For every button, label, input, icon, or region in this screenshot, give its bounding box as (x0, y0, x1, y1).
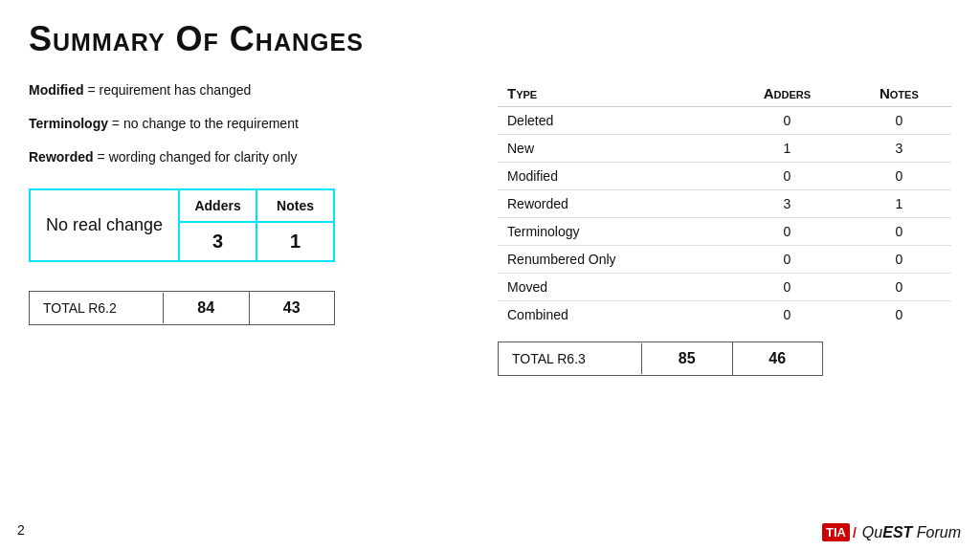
tia-text: TIA (822, 523, 850, 541)
term-terminology: Terminology (29, 116, 108, 131)
cell-type: Deleted (498, 107, 727, 135)
slash-icon: / (853, 525, 857, 540)
logo-area: TIA / QuEST Forum (822, 523, 961, 541)
term-reworded: Reworded (29, 149, 94, 165)
right-panel: Type Adders Notes Deleted 0 0 New 1 3 Mo… (498, 80, 951, 376)
summary-table: Type Adders Notes Deleted 0 0 New 1 3 Mo… (498, 80, 951, 328)
quest-qu: Qu (862, 524, 882, 540)
no-real-change-header-adders: Adders (180, 190, 257, 221)
cell-adders: 1 (727, 135, 847, 163)
term-modified: Modified (29, 82, 84, 98)
cell-notes: 1 (847, 190, 951, 218)
definition-reworded: Reworded = wording changed for clarity o… (29, 147, 469, 167)
col-header-notes: Notes (847, 80, 951, 107)
table-row: Moved 0 0 (498, 274, 951, 301)
cell-adders: 0 (727, 218, 847, 246)
cell-type: Combined (498, 301, 727, 329)
definition-terminology: Terminology = no change to the requireme… (29, 114, 469, 134)
no-real-change-header-notes: Notes (257, 190, 333, 221)
desc-reworded: = wording changed for clarity only (94, 149, 298, 165)
cell-type: Moved (498, 274, 727, 301)
quest-forum-text: QuEST Forum (862, 524, 961, 541)
quest-est: EST (882, 524, 912, 540)
cell-adders: 0 (727, 274, 847, 301)
total-r62-row: TOTAL R6.2 84 43 (29, 291, 335, 325)
cell-adders: 3 (727, 190, 847, 218)
total-r62-label: TOTAL R6.2 (30, 293, 164, 323)
no-real-change-label: No real change (31, 190, 180, 260)
cell-notes: 3 (847, 135, 951, 163)
cell-type: Reworded (498, 190, 727, 218)
total-r63-row: TOTAL R6.3 85 46 (498, 342, 823, 376)
cell-type: Renumbered Only (498, 246, 727, 274)
cell-notes: 0 (847, 246, 951, 274)
no-real-change-value-notes: 1 (257, 223, 333, 260)
table-row: Renumbered Only 0 0 (498, 246, 951, 274)
cell-type: Modified (498, 163, 727, 190)
cell-adders: 0 (727, 107, 847, 135)
no-real-change-header: Adders Notes (180, 190, 333, 223)
cell-type: New (498, 135, 727, 163)
cell-type: Terminology (498, 218, 727, 246)
cell-notes: 0 (847, 274, 951, 301)
cell-notes: 0 (847, 163, 951, 190)
table-row: Deleted 0 0 (498, 107, 951, 135)
total-r63-adders: 85 (642, 342, 733, 375)
cell-adders: 0 (727, 163, 847, 190)
no-real-change-value-adders: 3 (180, 223, 257, 260)
tia-logo: TIA / (822, 523, 857, 541)
left-panel: Modified = requirement has changed Termi… (29, 80, 469, 376)
col-header-adders: Adders (727, 80, 847, 107)
cell-notes: 0 (847, 301, 951, 329)
no-real-change-data: Adders Notes 3 1 (180, 190, 333, 260)
content-area: Modified = requirement has changed Termi… (29, 80, 951, 376)
cell-notes: 0 (847, 218, 951, 246)
table-row: Modified 0 0 (498, 163, 951, 190)
page: Summary of Changes Modified = requiremen… (0, 0, 980, 551)
cell-notes: 0 (847, 107, 951, 135)
page-title: Summary of Changes (29, 19, 951, 59)
total-r62-adders: 84 (164, 292, 250, 324)
total-r63-notes: 46 (733, 342, 823, 375)
desc-modified: = requirement has changed (84, 82, 252, 98)
table-row: Terminology 0 0 (498, 218, 951, 246)
page-number: 2 (17, 522, 25, 538)
cell-adders: 0 (727, 246, 847, 274)
definition-modified: Modified = requirement has changed (29, 80, 469, 100)
no-real-change-table: No real change Adders Notes 3 1 (29, 188, 335, 262)
no-real-change-values: 3 1 (180, 223, 333, 260)
desc-terminology: = no change to the requirement (108, 116, 299, 131)
table-row: Combined 0 0 (498, 301, 951, 329)
col-header-type: Type (498, 80, 727, 107)
table-row: Reworded 3 1 (498, 190, 951, 218)
cell-adders: 0 (727, 301, 847, 329)
table-row: New 1 3 (498, 135, 951, 163)
total-r62-notes: 43 (250, 292, 335, 324)
total-r63-label: TOTAL R6.3 (499, 343, 642, 374)
